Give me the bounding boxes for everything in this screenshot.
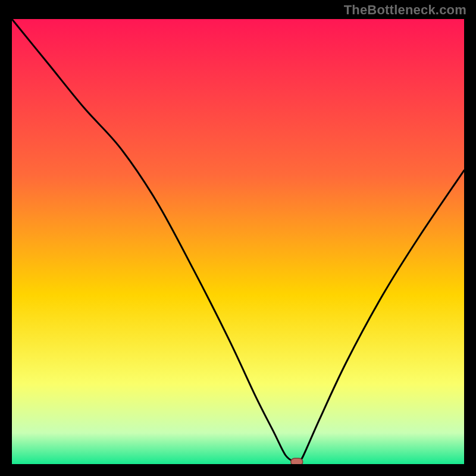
watermark-text: TheBottleneck.com xyxy=(344,2,466,18)
min-marker xyxy=(291,458,303,464)
chart-frame: TheBottleneck.com xyxy=(0,0,476,476)
chart-svg xyxy=(12,19,464,464)
gradient-background xyxy=(12,19,464,464)
chart-plot-area xyxy=(12,19,464,464)
